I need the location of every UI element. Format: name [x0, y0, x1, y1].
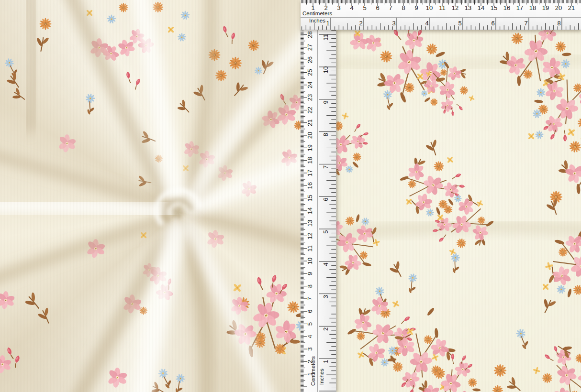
svg-text:5: 5 — [363, 4, 366, 11]
svg-text:2: 2 — [359, 20, 362, 27]
orange-motif — [215, 70, 227, 81]
svg-text:20: 20 — [555, 4, 562, 11]
bluesprig-motif — [448, 252, 462, 274]
svg-text:6: 6 — [322, 198, 329, 201]
bluesprig-motif — [157, 367, 173, 391]
svg-text:8: 8 — [306, 284, 313, 288]
svg-text:18: 18 — [306, 157, 313, 163]
svg-text:20: 20 — [306, 132, 313, 139]
svg-text:22: 22 — [306, 107, 313, 113]
bud-motif — [222, 25, 228, 37]
svg-text:4: 4 — [322, 262, 329, 266]
flower-bouquet — [523, 332, 581, 392]
svg-text:5: 5 — [306, 322, 313, 326]
blue-motif — [107, 15, 116, 24]
pink-motif — [0, 355, 12, 374]
bud-motif — [126, 72, 131, 84]
svg-text:26: 26 — [306, 56, 313, 63]
bud-motif — [6, 347, 14, 359]
bud-motif — [12, 355, 20, 368]
orange-motif — [229, 57, 242, 70]
svg-text:19: 19 — [306, 144, 313, 151]
orange-motif — [492, 385, 503, 392]
vertical-ruler-ticks: 1234567891011121314151617181920212223242… — [301, 30, 336, 392]
bud-motif — [229, 32, 235, 44]
blue-motif — [254, 67, 262, 75]
orange-motif — [140, 307, 148, 315]
leaf-motif — [426, 307, 435, 316]
yellow-motif — [417, 73, 424, 80]
leafpair-motif — [229, 79, 250, 100]
yellow-motif — [182, 165, 189, 172]
fabric-print-right — [336, 30, 581, 392]
svg-text:4: 4 — [350, 4, 353, 11]
floral-print-motifs — [336, 30, 581, 392]
svg-text:8: 8 — [402, 4, 405, 11]
centimeters-label: Centimeters — [302, 11, 332, 16]
orange-motif — [119, 3, 128, 12]
bud-motif — [133, 78, 141, 90]
flower-bouquet — [398, 151, 468, 219]
leafpair-motif — [424, 139, 442, 158]
svg-text:10: 10 — [322, 66, 329, 73]
vertical-ruler: 1234567891011121314151617181920212223242… — [301, 30, 336, 392]
svg-text:10: 10 — [426, 4, 433, 11]
centimeters-label: Centimeters — [311, 356, 316, 386]
flower-bouquet — [336, 103, 381, 185]
leafpair-motif — [175, 98, 193, 117]
svg-text:23: 23 — [306, 94, 313, 101]
yellow-motif — [528, 133, 535, 140]
bluesprig-motif — [515, 328, 530, 351]
orange-motif — [294, 120, 301, 130]
svg-text:11: 11 — [306, 245, 313, 252]
svg-text:27: 27 — [306, 44, 313, 51]
svg-text:18: 18 — [529, 4, 536, 11]
orange-motif — [153, 2, 163, 12]
yellow-motif — [168, 26, 174, 33]
svg-text:7: 7 — [524, 20, 527, 27]
pink-motif — [0, 291, 15, 310]
horizontal-ruler-ticks: 1234567891011121314151617181920211234567… — [301, 0, 581, 30]
orange-motif — [494, 364, 507, 377]
leafpair-motif — [387, 260, 407, 280]
svg-text:13: 13 — [306, 220, 313, 227]
svg-text:4: 4 — [425, 20, 428, 27]
svg-text:11: 11 — [322, 34, 329, 41]
svg-text:21: 21 — [568, 4, 575, 11]
yellow-motif — [437, 214, 444, 221]
inches-label: Inches — [319, 369, 324, 385]
fabric-flat-swatch — [336, 30, 581, 392]
blue-motif — [180, 11, 190, 20]
fabric-print-left — [0, 0, 301, 392]
bluesprig-motif — [383, 90, 393, 110]
blue-motif — [535, 131, 544, 139]
svg-text:7: 7 — [306, 297, 313, 300]
svg-text:1: 1 — [326, 20, 329, 27]
leafpair-motif — [4, 71, 24, 91]
svg-text:9: 9 — [322, 100, 329, 104]
svg-text:16: 16 — [503, 4, 510, 11]
svg-text:3: 3 — [337, 4, 340, 11]
svg-text:28: 28 — [306, 31, 313, 38]
svg-text:6: 6 — [376, 4, 379, 11]
svg-text:3: 3 — [392, 20, 395, 27]
svg-text:6: 6 — [491, 20, 494, 27]
orange-motif — [248, 40, 259, 51]
svg-text:8: 8 — [322, 133, 329, 136]
svg-text:1: 1 — [322, 360, 329, 363]
svg-text:21: 21 — [306, 119, 313, 126]
svg-text:24: 24 — [306, 82, 313, 88]
leafpair-motif — [22, 291, 45, 313]
svg-text:14: 14 — [306, 207, 313, 214]
leafpair-motif — [504, 376, 525, 392]
yellow-motif — [542, 283, 549, 290]
svg-text:6: 6 — [306, 310, 313, 313]
fabric-product-photo: 1234567891011121314151617181920211234567… — [0, 0, 581, 392]
svg-text:7: 7 — [322, 165, 329, 169]
svg-text:7: 7 — [389, 4, 392, 11]
svg-text:17: 17 — [306, 170, 313, 176]
svg-text:10: 10 — [306, 258, 313, 264]
bluesprig-motif — [404, 272, 420, 294]
flower-bouquet — [336, 199, 391, 286]
svg-text:4: 4 — [306, 335, 313, 338]
